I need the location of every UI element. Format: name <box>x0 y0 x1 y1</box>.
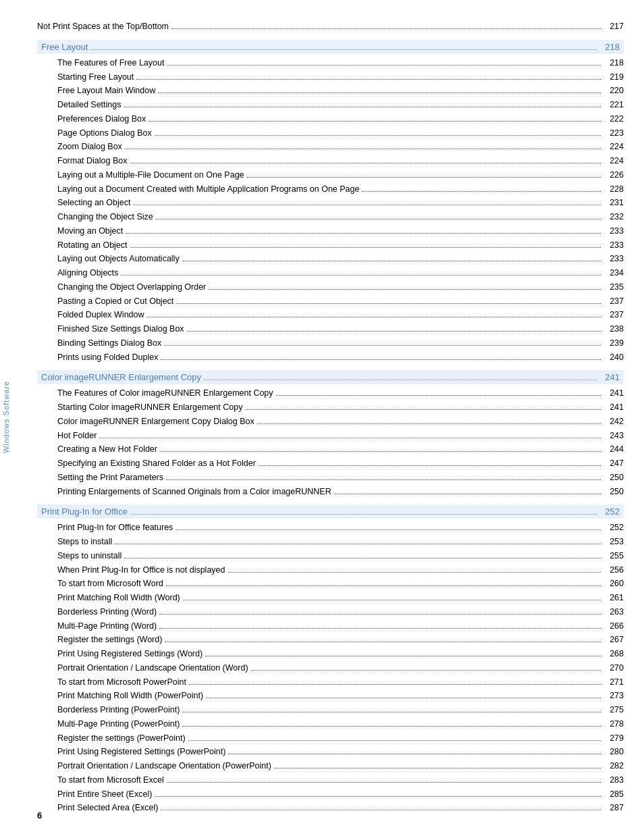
list-item: Hot Folder243 <box>57 429 624 442</box>
entry-dots <box>188 740 601 741</box>
page-container: Windows Software Not Print Spaces at the… <box>0 0 644 834</box>
entry-dots <box>121 275 601 276</box>
entry-dots <box>176 529 601 530</box>
entry-text: Laying out Objects Automatically <box>57 253 180 265</box>
list-item: Detailed Settings221 <box>57 99 624 111</box>
entry-page: 273 <box>603 689 624 702</box>
section-dots-free-layout <box>90 49 597 50</box>
list-item: Steps to install253 <box>57 536 624 548</box>
entry-page: 268 <box>603 648 624 660</box>
list-item: Multi-Page Printing (Word)266 <box>57 620 624 633</box>
entry-dots <box>183 600 601 600</box>
entry-dots <box>228 572 601 573</box>
section-title-color-imagerunner: Color imageRUNNER Enlargement Copy <box>41 372 201 382</box>
list-item: Creating a New Hot Folder244 <box>57 443 624 456</box>
entry-dots <box>274 768 601 768</box>
entry-text: Changing the Object Size <box>57 211 153 224</box>
entry-page: 253 <box>603 536 624 548</box>
section-page-color-imagerunner: 241 <box>599 372 620 382</box>
list-item: Zoom Dialog Box224 <box>57 140 624 153</box>
entry-page: 233 <box>603 253 624 265</box>
entry-text: Steps to uninstall <box>57 550 122 563</box>
section-header-print-plugin-office: Print Plug-In for Office252 <box>37 504 624 519</box>
entry-page: 239 <box>603 337 624 350</box>
list-item: Starting Color imageRUNNER Enlargement C… <box>57 401 624 414</box>
list-item: Changing the Object Overlapping Order235 <box>57 281 624 294</box>
entry-dots <box>182 261 601 261</box>
entry-page: 252 <box>603 521 624 534</box>
entry-text: Prints using Folded Duplex <box>57 351 158 364</box>
entry-dots <box>334 494 601 494</box>
entry-text: Print Using Registered Settings (PowerPo… <box>57 746 225 758</box>
list-item: Changing the Object Size232 <box>57 211 624 224</box>
entry-page: 271 <box>603 676 624 689</box>
entry-dots <box>147 317 601 317</box>
entry-text: The Features of Color imageRUNNER Enlarg… <box>57 387 273 400</box>
entry-dots <box>167 782 601 783</box>
entry-page: 221 <box>603 99 624 111</box>
list-item: Free Layout Main Window220 <box>57 84 624 97</box>
list-item: The Features of Free Layout218 <box>57 57 624 70</box>
list-item: Print Matching Roll Width (PowerPoint)27… <box>57 689 624 702</box>
entry-text: To start from Microsoft Word <box>57 577 163 590</box>
entry-text: Borderless Printing (Word) <box>57 606 157 619</box>
entry-dots <box>176 303 601 304</box>
entry-page: 238 <box>603 323 624 336</box>
entry-text: Register the settings (PowerPoint) <box>57 732 186 745</box>
list-item: Folded Duplex Window237 <box>57 309 624 321</box>
entry-page: 285 <box>603 788 624 801</box>
entry-page: 241 <box>603 401 624 414</box>
top-entry-text: Not Print Spaces at the Top/Bottom <box>37 20 169 33</box>
entry-text: Multi-Page Printing (PowerPoint) <box>57 718 180 731</box>
entry-dots <box>362 191 601 192</box>
entry-dots <box>126 233 601 234</box>
entry-page: 218 <box>603 57 624 70</box>
entry-page: 283 <box>603 774 624 787</box>
entry-dots <box>160 451 601 452</box>
entry-page: 231 <box>603 197 624 209</box>
entry-dots <box>125 149 601 149</box>
list-item: Aligning Objects234 <box>57 267 624 280</box>
entry-page: 233 <box>603 225 624 238</box>
entry-page: 243 <box>603 429 624 442</box>
entry-dots <box>245 409 601 410</box>
entry-text: Borderless Printing (PowerPoint) <box>57 704 180 716</box>
entry-text: Detailed Settings <box>57 99 122 111</box>
entry-page: 278 <box>603 718 624 731</box>
entry-text: Format Dialog Box <box>57 155 128 167</box>
list-item: Borderless Printing (PowerPoint)275 <box>57 704 624 716</box>
sub-entries-free-layout: The Features of Free Layout218Starting F… <box>57 57 624 364</box>
entry-text: The Features of Free Layout <box>57 57 164 70</box>
entry-page: 237 <box>603 295 624 308</box>
list-item: Laying out a Multiple-File Document on O… <box>57 169 624 182</box>
list-item: Selecting an Object231 <box>57 197 624 209</box>
top-entry-page: 217 <box>603 20 624 33</box>
entry-page: 224 <box>603 155 624 167</box>
list-item: Register the settings (Word)267 <box>57 633 624 646</box>
entry-text: Print Entire Sheet (Excel) <box>57 788 152 801</box>
entry-dots <box>187 331 601 332</box>
entry-dots <box>133 205 601 205</box>
entry-text: Free Layout Main Window <box>57 84 155 97</box>
entry-page: 270 <box>603 662 624 675</box>
entry-dots <box>115 544 601 544</box>
entry-dots <box>247 177 601 178</box>
entry-page: 235 <box>603 281 624 294</box>
entry-dots <box>130 163 601 163</box>
list-item: Print Using Registered Settings (Word)26… <box>57 648 624 660</box>
entry-text: Starting Free Layout <box>57 71 134 84</box>
entry-dots <box>251 670 601 671</box>
entry-text: Preferences Dialog Box <box>57 113 146 126</box>
list-item: Print Plug-In for Office features252 <box>57 521 624 534</box>
section-dots-color-imagerunner <box>204 380 597 380</box>
entry-dots <box>228 754 601 754</box>
entry-page: 233 <box>603 239 624 252</box>
list-item: Print Matching Roll Width (Word)261 <box>57 592 624 604</box>
entry-page: 255 <box>603 550 624 563</box>
list-item: Print Using Registered Settings (PowerPo… <box>57 746 624 758</box>
entry-text: Register the settings (Word) <box>57 633 162 646</box>
entry-text: Setting the Print Parameters <box>57 471 163 484</box>
list-item: Print Entire Sheet (Excel)285 <box>57 788 624 801</box>
entry-text: Starting Color imageRUNNER Enlargement C… <box>57 401 242 414</box>
entry-dots <box>124 107 601 107</box>
